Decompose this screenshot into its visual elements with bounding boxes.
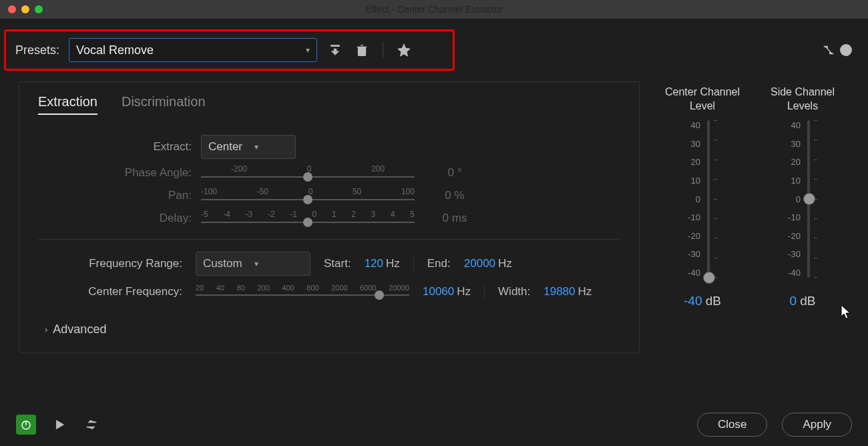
start-value[interactable]: 120 bbox=[365, 257, 383, 270]
center-freq-value[interactable]: 10060 bbox=[423, 285, 454, 298]
favorite-icon[interactable] bbox=[395, 41, 413, 59]
center-level-value: -40 dB bbox=[684, 294, 721, 308]
chevron-down-icon: ▾ bbox=[306, 45, 310, 55]
center-level-knob[interactable] bbox=[703, 272, 715, 284]
close-window-button[interactable] bbox=[8, 5, 16, 13]
close-button[interactable]: Close bbox=[697, 413, 767, 437]
separator bbox=[38, 239, 620, 240]
freq-range-dropdown[interactable]: Custom ▾ bbox=[196, 252, 310, 276]
center-freq-label: Center Frequency: bbox=[38, 285, 182, 298]
zoom-window-button[interactable] bbox=[35, 5, 43, 13]
pan-slider[interactable]: -100-50050100 bbox=[201, 187, 415, 204]
pan-knob[interactable] bbox=[303, 195, 312, 204]
start-label: Start: bbox=[324, 257, 351, 270]
power-toggle[interactable] bbox=[16, 415, 36, 435]
chevron-down-icon: ▾ bbox=[254, 259, 258, 268]
phase-slider[interactable]: -200 0 200 bbox=[201, 164, 415, 182]
width-label: Width: bbox=[498, 285, 530, 298]
titlebar: Effect - Center Channel Extractor bbox=[0, 0, 868, 19]
side-level-knob[interactable] bbox=[803, 193, 815, 205]
toolbar-divider bbox=[383, 42, 383, 58]
side-level-value: 0 dB bbox=[789, 294, 815, 308]
toolbar: Presets: Vocal Remove ▾ bbox=[0, 19, 868, 81]
main-panel: Extraction Discrimination Extract: Cente… bbox=[19, 81, 640, 353]
play-icon[interactable] bbox=[51, 416, 68, 433]
info-icon[interactable] bbox=[837, 41, 855, 59]
center-freq-slider[interactable]: 2040802004008002000600020000 bbox=[196, 284, 409, 300]
presets-label: Presets: bbox=[15, 43, 59, 57]
pan-label: Pan: bbox=[38, 189, 201, 202]
side-level-title: Side Channel Levels bbox=[756, 85, 849, 115]
preset-highlight: Presets: Vocal Remove ▾ bbox=[4, 29, 455, 71]
preset-dropdown[interactable]: Vocal Remove ▾ bbox=[69, 38, 317, 62]
tabs: Extraction Discrimination bbox=[38, 94, 620, 115]
freq-range-label: Frequency Range: bbox=[38, 257, 182, 270]
center-freq-knob[interactable] bbox=[375, 290, 384, 300]
extract-dropdown[interactable]: Center ▾ bbox=[201, 135, 296, 159]
width-value[interactable]: 19880 bbox=[544, 285, 575, 298]
window-controls bbox=[0, 5, 43, 13]
window-title: Effect - Center Channel Extractor bbox=[0, 4, 868, 15]
levels-panel: Center Channel Level 403020100-10-20-30-… bbox=[656, 81, 849, 353]
minimize-window-button[interactable] bbox=[21, 5, 29, 13]
bottom-bar: Close Apply bbox=[0, 403, 868, 446]
end-value[interactable]: 20000 bbox=[464, 257, 495, 270]
svg-rect-0 bbox=[359, 47, 366, 55]
center-level-slider[interactable]: 403020100-10-20-30-40 bbox=[688, 120, 717, 278]
routing-icon[interactable] bbox=[820, 41, 837, 59]
apply-button[interactable]: Apply bbox=[782, 413, 852, 437]
center-level-title: Center Channel Level bbox=[656, 85, 749, 115]
preset-value: Vocal Remove bbox=[76, 43, 154, 57]
chevron-down-icon: ▾ bbox=[254, 142, 258, 152]
delay-knob[interactable] bbox=[303, 218, 312, 227]
extract-value: Center bbox=[208, 140, 242, 154]
save-preset-icon[interactable] bbox=[327, 41, 344, 59]
loop-icon[interactable] bbox=[83, 416, 100, 433]
end-label: End: bbox=[427, 257, 451, 270]
phase-knob[interactable] bbox=[303, 172, 312, 182]
side-level-slider[interactable]: 403020100-10-20-30-40 bbox=[788, 120, 817, 278]
extract-label: Extract: bbox=[38, 140, 201, 154]
delay-label: Delay: bbox=[38, 212, 201, 225]
tab-extraction[interactable]: Extraction bbox=[38, 94, 97, 115]
delete-preset-icon[interactable] bbox=[353, 41, 371, 59]
delay-slider[interactable]: -5-4-3-2-1012345 bbox=[201, 210, 415, 227]
phase-label: Phase Angle: bbox=[38, 166, 201, 180]
chevron-right-icon: › bbox=[45, 324, 47, 334]
advanced-toggle[interactable]: › Advanced bbox=[38, 308, 620, 341]
tab-discrimination[interactable]: Discrimination bbox=[122, 94, 206, 115]
